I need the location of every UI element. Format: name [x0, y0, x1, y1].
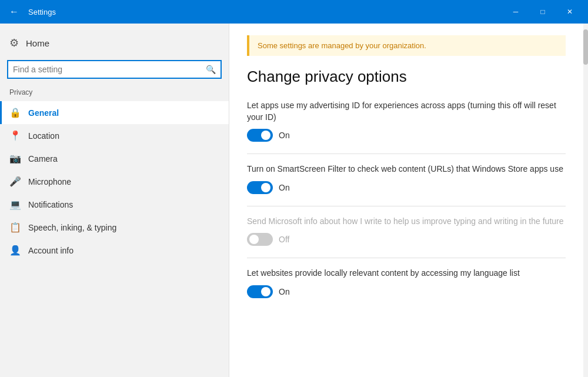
window-controls: ─ □ ✕ [502, 0, 583, 24]
scrollbar[interactable] [583, 24, 588, 377]
notifications-icon: 💻 [9, 199, 21, 210]
setting-language-list-description: Let websites provide locally relevant co… [247, 268, 566, 279]
speech-icon: 📋 [9, 222, 21, 233]
account-icon: 👤 [9, 245, 21, 256]
toggle-row-smartscreen: On [247, 181, 566, 194]
sidebar-item-camera[interactable]: 📷 Camera [0, 147, 229, 170]
toggle-advertising-id[interactable] [247, 129, 273, 142]
back-icon: ← [9, 6, 19, 17]
search-icon: 🔍 [206, 65, 216, 74]
divider-2 [247, 206, 566, 206]
home-icon: ⚙ [9, 36, 19, 49]
app-body: ⚙ Home 🔍 Privacy 🔒 General 📍 Location 📷 … [0, 24, 588, 377]
microphone-icon: 🎤 [9, 176, 21, 187]
home-label: Home [26, 38, 49, 48]
toggle-smartscreen-track [247, 181, 273, 194]
setting-advertising-id: Let apps use my advertising ID for exper… [247, 100, 566, 142]
toggle-smartscreen-thumb [261, 183, 270, 192]
sidebar-item-notifications-label: Notifications [28, 200, 73, 209]
camera-icon: 📷 [9, 153, 21, 164]
sidebar-item-speech[interactable]: 📋 Speech, inking, & typing [0, 216, 229, 239]
toggle-advertising-id-track [247, 129, 273, 142]
toggle-advertising-id-thumb [261, 131, 270, 140]
toggle-language-list-label: On [279, 287, 290, 296]
sidebar-item-microphone[interactable]: 🎤 Microphone [0, 170, 229, 193]
sidebar-item-location[interactable]: 📍 Location [0, 124, 229, 147]
back-button[interactable]: ← [5, 2, 24, 21]
close-button[interactable]: ✕ [556, 0, 583, 24]
toggle-language-list[interactable] [247, 285, 273, 298]
search-box: 🔍 [7, 60, 222, 79]
setting-typing-info: Send Microsoft info about how I write to… [247, 216, 566, 246]
search-input[interactable] [13, 65, 206, 74]
scrollbar-thumb[interactable] [583, 29, 588, 65]
divider-3 [247, 258, 566, 258]
page-title: Change privacy options [247, 68, 566, 86]
sidebar-item-notifications[interactable]: 💻 Notifications [0, 193, 229, 216]
toggle-typing-info[interactable] [247, 233, 273, 246]
setting-smartscreen-description: Turn on SmartScreen Filter to check web … [247, 164, 566, 175]
minimize-button[interactable]: ─ [502, 0, 529, 24]
titlebar-title: Settings [28, 8, 502, 16]
toggle-typing-info-track [247, 233, 273, 246]
sidebar-item-general[interactable]: 🔒 General [0, 101, 229, 124]
toggle-smartscreen[interactable] [247, 181, 273, 194]
titlebar: ← Settings ─ □ ✕ [0, 0, 588, 24]
toggle-language-list-thumb [261, 287, 270, 296]
sidebar-item-camera-label: Camera [28, 154, 58, 164]
divider-1 [247, 154, 566, 154]
sidebar-item-account[interactable]: 👤 Account info [0, 239, 229, 262]
maximize-button[interactable]: □ [529, 0, 556, 24]
toggle-row-advertising-id: On [247, 129, 566, 142]
general-icon: 🔒 [9, 107, 21, 118]
close-icon: ✕ [567, 8, 573, 16]
toggle-row-language-list: On [247, 285, 566, 298]
sidebar-item-home[interactable]: ⚙ Home [0, 31, 229, 55]
sidebar-item-microphone-label: Microphone [28, 177, 71, 186]
toggle-language-list-track [247, 285, 273, 298]
sidebar-item-speech-label: Speech, inking, & typing [28, 223, 116, 232]
setting-typing-info-description: Send Microsoft info about how I write to… [247, 216, 566, 228]
sidebar-item-general-label: General [28, 108, 59, 118]
toggle-smartscreen-label: On [279, 183, 290, 192]
setting-advertising-id-description: Let apps use my advertising ID for exper… [247, 100, 566, 123]
toggle-typing-info-thumb [249, 235, 259, 244]
privacy-section-label: Privacy [0, 86, 229, 101]
setting-language-list: Let websites provide locally relevant co… [247, 268, 566, 298]
toggle-advertising-id-label: On [279, 131, 290, 140]
maximize-icon: □ [540, 8, 544, 16]
toggle-typing-info-label: Off [279, 235, 289, 244]
setting-smartscreen: Turn on SmartScreen Filter to check web … [247, 164, 566, 194]
sidebar: ⚙ Home 🔍 Privacy 🔒 General 📍 Location 📷 … [0, 24, 229, 377]
org-notice: Some settings are managed by your organi… [247, 35, 566, 56]
content-area: Some settings are managed by your organi… [229, 24, 583, 377]
minimize-icon: ─ [513, 8, 519, 16]
sidebar-item-account-label: Account info [28, 246, 74, 255]
location-icon: 📍 [9, 130, 21, 141]
sidebar-item-location-label: Location [28, 131, 59, 141]
toggle-row-typing-info: Off [247, 233, 566, 246]
